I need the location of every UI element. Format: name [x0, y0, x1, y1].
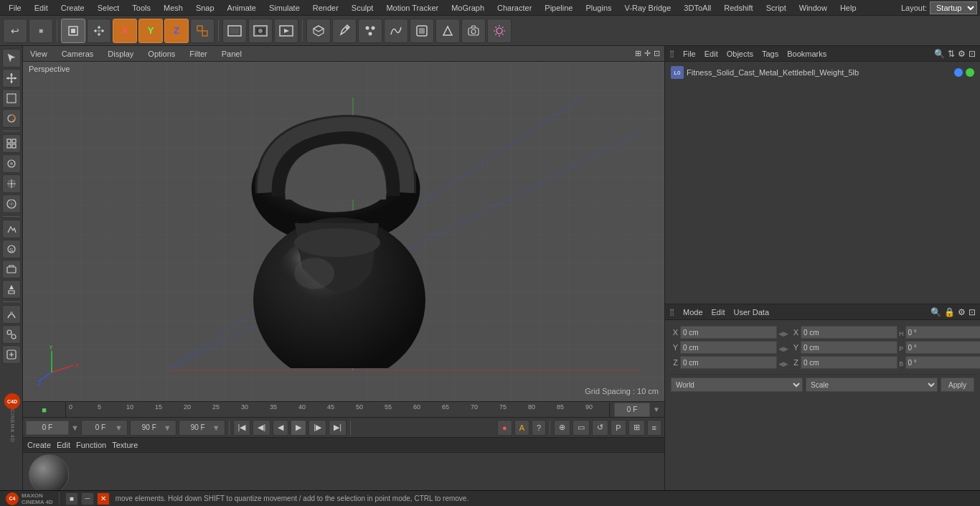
- rotate-tool-side-button[interactable]: [2, 109, 21, 128]
- render-video-button[interactable]: [274, 19, 298, 43]
- pen-tool-button[interactable]: [332, 19, 357, 43]
- options-button[interactable]: ≡: [647, 420, 661, 436]
- menu-character[interactable]: Character: [491, 2, 537, 14]
- timeline-ruler[interactable]: 0 5 10 15 20 25 30 35 40 45 50 55 60 65 …: [66, 402, 609, 417]
- side-tool-9[interactable]: [2, 305, 21, 324]
- menu-file[interactable]: File: [3, 2, 27, 14]
- apply-button[interactable]: Apply: [941, 378, 974, 392]
- auto-key-button[interactable]: A: [514, 420, 529, 436]
- frame-current-input[interactable]: [26, 421, 69, 435]
- side-tool-7[interactable]: [2, 260, 21, 278]
- move-tool-button[interactable]: [87, 19, 111, 43]
- attr-lock-icon[interactable]: 🔒: [944, 307, 955, 317]
- h-rotation-input[interactable]: [905, 326, 981, 339]
- objects-edit-menu[interactable]: Edit: [705, 50, 718, 58]
- attr-settings-icon[interactable]: ⚙: [958, 307, 966, 317]
- step-forward-button[interactable]: |▶: [308, 420, 326, 436]
- frame-end-input[interactable]: [135, 421, 164, 435]
- current-frame-end-input[interactable]: [614, 403, 650, 417]
- scale-tool-side-button[interactable]: [2, 89, 21, 108]
- vp-menu-cameras[interactable]: Cameras: [59, 48, 97, 60]
- side-tool-4[interactable]: [2, 195, 21, 213]
- side-tool-5[interactable]: [2, 220, 21, 238]
- paint-button[interactable]: [410, 19, 434, 43]
- mat-menu-edit[interactable]: Edit: [57, 441, 70, 449]
- object-row-kettlebell[interactable]: L0 Fitness_Solid_Cast_Metal_Kettlebell_W…: [668, 65, 977, 80]
- layout-dropdown[interactable]: Startup: [930, 1, 977, 14]
- minimize-button[interactable]: ─: [81, 492, 94, 505]
- spline-button[interactable]: [384, 19, 408, 43]
- side-tool-6[interactable]: S: [2, 240, 21, 258]
- menu-script[interactable]: Script: [760, 2, 792, 14]
- objects-tags-menu[interactable]: Tags: [762, 50, 778, 58]
- p-rotation-input[interactable]: [905, 341, 981, 354]
- menu-pipeline[interactable]: Pipeline: [539, 2, 578, 14]
- menu-motion-tracker[interactable]: Motion Tracker: [380, 2, 444, 14]
- render-region-button[interactable]: [222, 19, 247, 43]
- timeline-view-button[interactable]: ▭: [573, 420, 590, 436]
- model-mode-button[interactable]: [61, 19, 85, 43]
- camera-button[interactable]: [461, 19, 486, 43]
- side-tool-1[interactable]: [2, 134, 21, 153]
- redo-button[interactable]: ■: [29, 19, 53, 43]
- object-visibility-dot1[interactable]: [954, 68, 963, 77]
- rotate-y-button[interactable]: Y: [138, 19, 163, 43]
- menu-animate[interactable]: Animate: [222, 2, 262, 14]
- objects-sort-icon[interactable]: ⇅: [948, 49, 955, 59]
- side-tool-8[interactable]: [2, 280, 21, 299]
- goto-end-button[interactable]: ▶|: [329, 420, 347, 436]
- cloner-button[interactable]: [358, 19, 382, 43]
- menu-create[interactable]: Create: [55, 2, 90, 14]
- world-dropdown[interactable]: World: [671, 378, 803, 392]
- play-reverse-button[interactable]: ◀: [273, 420, 288, 436]
- loop-button[interactable]: ↺: [592, 420, 608, 436]
- attr-edit-menu[interactable]: Edit: [712, 308, 725, 317]
- objects-file-menu[interactable]: File: [683, 50, 696, 58]
- rotate-z-button[interactable]: Z: [164, 19, 189, 43]
- side-tool-10[interactable]: [2, 325, 21, 344]
- frame-start-input[interactable]: [86, 421, 115, 435]
- objects-settings-icon[interactable]: ⚙: [958, 49, 966, 59]
- menu-window[interactable]: Window: [793, 2, 833, 14]
- step-back-button[interactable]: ◀|: [253, 420, 270, 436]
- play-forward-button[interactable]: ▶: [291, 420, 306, 436]
- cube-perspective-button[interactable]: [306, 19, 331, 43]
- y-size-input[interactable]: [801, 341, 897, 354]
- menu-mograph[interactable]: MoGraph: [446, 2, 490, 14]
- vp-menu-panel[interactable]: Panel: [219, 48, 245, 60]
- attr-search-icon[interactable]: 🔍: [930, 307, 941, 317]
- vp-icon-3[interactable]: ⊡: [654, 49, 660, 58]
- menu-vray[interactable]: V-Ray Bridge: [619, 2, 677, 14]
- select-tool-button[interactable]: [2, 49, 21, 67]
- objects-objects-menu[interactable]: Objects: [727, 50, 753, 58]
- menu-simulate[interactable]: Simulate: [263, 2, 306, 14]
- x-size-input[interactable]: [801, 326, 897, 339]
- light-button[interactable]: [487, 19, 512, 43]
- attr-mode-menu[interactable]: Mode: [683, 308, 703, 317]
- record-button[interactable]: ●: [497, 420, 512, 436]
- attr-expand-icon[interactable]: ⊡: [969, 307, 976, 317]
- material-preview[interactable]: [29, 454, 69, 495]
- objects-bookmarks-menu[interactable]: Bookmarks: [787, 50, 826, 58]
- mat-menu-function[interactable]: Function: [76, 441, 106, 449]
- vp-icon-1[interactable]: ⊞: [635, 49, 641, 58]
- menu-snap[interactable]: Snap: [190, 2, 220, 14]
- menu-sculpt[interactable]: Sculpt: [346, 2, 380, 14]
- preview-render-button[interactable]: P: [611, 420, 626, 436]
- vp-menu-options[interactable]: Options: [145, 48, 178, 60]
- menu-tools[interactable]: Tools: [126, 2, 156, 14]
- mat-menu-create[interactable]: Create: [27, 441, 51, 449]
- z-size-input[interactable]: [801, 356, 897, 369]
- vp-menu-view[interactable]: View: [27, 48, 50, 60]
- transform-button[interactable]: [190, 19, 215, 43]
- mat-menu-texture[interactable]: Texture: [112, 441, 138, 449]
- move-tool-side-button[interactable]: [2, 69, 21, 88]
- frame-preview-end-container[interactable]: ▼: [179, 420, 225, 436]
- frame-end-input-container[interactable]: ▼: [130, 420, 176, 436]
- menu-mesh[interactable]: Mesh: [158, 2, 189, 14]
- objects-search-icon[interactable]: 🔍: [934, 49, 945, 59]
- frame-preview-end-input[interactable]: [184, 421, 212, 435]
- render-frame-button[interactable]: [248, 19, 273, 43]
- help-button[interactable]: ?: [532, 420, 546, 436]
- viewport-3d[interactable]: Perspective: [23, 62, 664, 401]
